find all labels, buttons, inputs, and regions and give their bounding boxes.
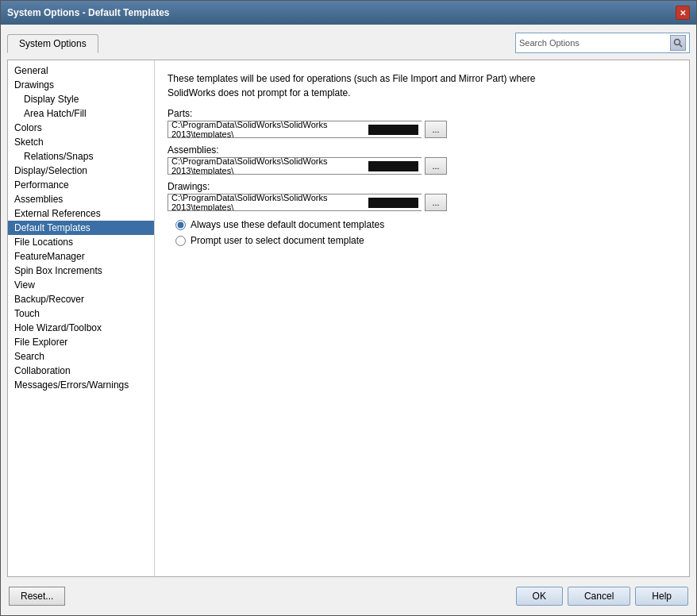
sidebar-item-view[interactable]: View xyxy=(8,278,154,292)
sidebar-item-file-explorer[interactable]: File Explorer xyxy=(8,335,154,349)
sidebar-item-collaboration[interactable]: Collaboration xyxy=(8,364,154,378)
main-window: System Options - Default Templates ✕ Sys… xyxy=(0,0,697,616)
dialog-buttons: OK Cancel Help xyxy=(516,587,688,606)
sidebar-item-hole-wizard[interactable]: Hole Wizard/Toolbox xyxy=(8,321,154,335)
parts-path-text: C:\ProgramData\SolidWorks\SolidWorks 201… xyxy=(171,121,368,138)
main-panel: General Drawings Display Style Area Hatc… xyxy=(7,60,690,577)
title-bar-buttons: ✕ xyxy=(676,6,690,20)
window-content: System Options Search Options General Dr… xyxy=(1,25,696,615)
sidebar-item-colors[interactable]: Colors xyxy=(8,121,154,135)
svg-point-0 xyxy=(675,40,680,45)
sidebar-item-display-style[interactable]: Display Style xyxy=(8,92,154,106)
assemblies-label: Assemblies: xyxy=(168,144,676,156)
close-button[interactable]: ✕ xyxy=(676,6,690,20)
sidebar-item-drawings[interactable]: Drawings xyxy=(8,78,154,92)
drawings-path-text: C:\ProgramData\SolidWorks\SolidWorks 201… xyxy=(171,194,368,211)
drawings-browse-button[interactable]: ... xyxy=(425,194,447,211)
top-bar: System Options Search Options xyxy=(7,31,690,55)
drawings-row: C:\ProgramData\SolidWorks\SolidWorks 201… xyxy=(168,194,676,211)
sidebar-item-default-templates[interactable]: Default Templates xyxy=(8,221,154,235)
svg-line-1 xyxy=(680,44,682,47)
assemblies-path-display: C:\ProgramData\SolidWorks\SolidWorks 201… xyxy=(168,157,422,175)
bottom-bar: Reset... OK Cancel Help xyxy=(7,582,690,609)
sidebar-item-display-selection[interactable]: Display/Selection xyxy=(8,164,154,178)
parts-row: C:\ProgramData\SolidWorks\SolidWorks 201… xyxy=(168,121,676,138)
parts-label: Parts: xyxy=(168,108,676,119)
drawings-path-display: C:\ProgramData\SolidWorks\SolidWorks 201… xyxy=(168,194,422,211)
ok-button[interactable]: OK xyxy=(516,587,563,606)
radio-always-input[interactable] xyxy=(175,220,186,230)
sidebar-item-performance[interactable]: Performance xyxy=(8,178,154,192)
sidebar-item-assemblies[interactable]: Assemblies xyxy=(8,192,154,206)
sidebar-item-external-references[interactable]: External References xyxy=(8,206,154,221)
radio-prompt-input[interactable] xyxy=(175,236,186,246)
search-box[interactable]: Search Options xyxy=(515,33,690,53)
content-area: These templates will be used for operati… xyxy=(155,60,689,576)
radio-group: Always use these default document templa… xyxy=(168,219,676,246)
sidebar-item-search[interactable]: Search xyxy=(8,349,154,364)
tab-bar: System Options xyxy=(7,34,98,52)
assemblies-row: C:\ProgramData\SolidWorks\SolidWorks 201… xyxy=(168,157,676,175)
search-icon[interactable] xyxy=(670,35,686,51)
radio-always-label: Always use these default document templa… xyxy=(191,219,384,230)
reset-button[interactable]: Reset... xyxy=(9,587,65,606)
sidebar-item-backup-recover[interactable]: Backup/Recover xyxy=(8,292,154,306)
assemblies-browse-button[interactable]: ... xyxy=(425,157,447,175)
sidebar-item-area-hatch[interactable]: Area Hatch/Fill xyxy=(8,106,154,121)
sidebar-item-messages-errors[interactable]: Messages/Errors/Warnings xyxy=(8,378,154,392)
sidebar-item-general[interactable]: General xyxy=(8,64,154,78)
sidebar-item-relations-snaps[interactable]: Relations/Snaps xyxy=(8,149,154,164)
title-bar: System Options - Default Templates ✕ xyxy=(1,1,696,25)
sidebar-item-touch[interactable]: Touch xyxy=(8,306,154,321)
radio-prompt-label: Prompt user to select document template xyxy=(191,235,364,246)
sidebar-item-feature-manager[interactable]: FeatureManager xyxy=(8,249,154,264)
radio-always-use[interactable]: Always use these default document templa… xyxy=(175,219,676,230)
search-label: Search Options xyxy=(519,38,667,48)
assemblies-path-text: C:\ProgramData\SolidWorks\SolidWorks 201… xyxy=(171,157,368,175)
parts-path-display: C:\ProgramData\SolidWorks\SolidWorks 201… xyxy=(168,121,422,138)
radio-prompt-user[interactable]: Prompt user to select document template xyxy=(175,235,676,246)
parts-browse-button[interactable]: ... xyxy=(425,121,447,138)
sidebar-item-spin-box[interactable]: Spin Box Increments xyxy=(8,264,154,278)
sidebar: General Drawings Display Style Area Hatc… xyxy=(8,60,155,576)
field-group: Parts: C:\ProgramData\SolidWorks\SolidWo… xyxy=(168,108,676,211)
help-button[interactable]: Help xyxy=(635,587,688,606)
sidebar-item-sketch[interactable]: Sketch xyxy=(8,135,154,149)
description-text: These templates will be used for operati… xyxy=(168,71,564,100)
drawings-label: Drawings: xyxy=(168,181,676,192)
drawings-section: Drawings: C:\ProgramData\SolidWorks\Soli… xyxy=(168,181,676,211)
window-title: System Options - Default Templates xyxy=(7,7,170,18)
assemblies-section: Assemblies: C:\ProgramData\SolidWorks\So… xyxy=(168,144,676,175)
parts-section: Parts: C:\ProgramData\SolidWorks\SolidWo… xyxy=(168,108,676,138)
sidebar-item-file-locations[interactable]: File Locations xyxy=(8,235,154,249)
tab-system-options[interactable]: System Options xyxy=(7,34,98,53)
cancel-button[interactable]: Cancel xyxy=(568,587,630,606)
